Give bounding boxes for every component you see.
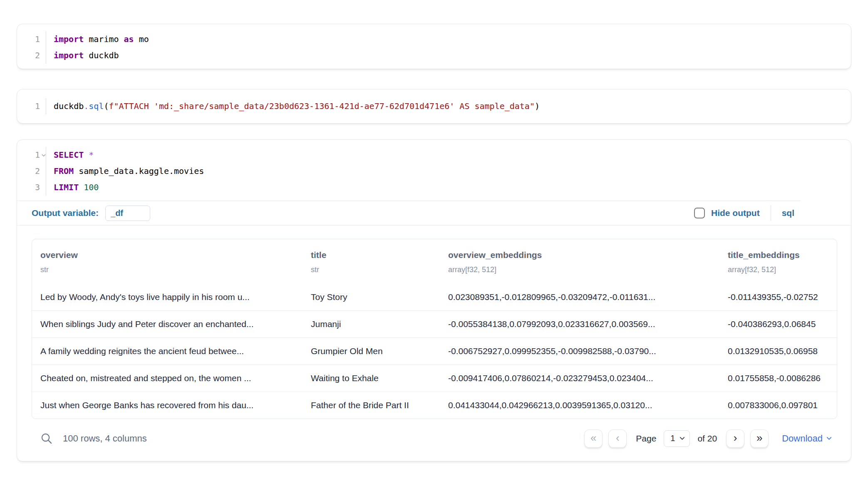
code-line: duckdb.sql(f"ATTACH 'md:_share/sample_da…	[54, 98, 851, 114]
code-editor[interactable]: 1 2 import marimo as mo import duckdb	[17, 24, 851, 69]
table-cell: 0.041433044,0.042966213,0.0039591365,0.0…	[440, 400, 719, 410]
prev-page-icon: ‹	[616, 432, 620, 443]
table-cell: Led by Woody, Andy's toys live happily i…	[32, 292, 303, 302]
line-number-gutter: 1	[17, 98, 46, 114]
language-badge: sql	[782, 208, 797, 218]
table-cell: 0.0132910535,0.06958	[719, 346, 837, 356]
last-page-icon: »	[756, 432, 762, 443]
column-header-title-embeddings[interactable]: title_embeddings array[f32, 512]	[719, 250, 837, 274]
keyword-token: LIMIT	[54, 182, 79, 192]
table-row[interactable]: Cheated on, mistreated and stepped on, t…	[32, 365, 837, 392]
table-row[interactable]: A family wedding reignites the ancient f…	[32, 337, 837, 365]
code-token	[84, 150, 89, 160]
table-cell: Toy Story	[303, 292, 440, 302]
table-cell: Grumpier Old Men	[303, 346, 440, 356]
table-row[interactable]: Just when George Banks has recovered fro…	[32, 392, 837, 419]
table-cell: -0.040386293,0.06845	[719, 319, 837, 329]
chevron-down-icon	[679, 435, 685, 441]
table-cell: Father of the Bride Part II	[303, 400, 440, 410]
code-token: duckdb	[54, 101, 84, 111]
page-label: Page	[636, 434, 656, 444]
column-dtype: array[f32, 512]	[448, 265, 711, 274]
table-header-row: overview str title str overview_embeddin…	[32, 239, 837, 283]
search-icon[interactable]	[40, 432, 53, 445]
code-line: FROM sample_data.kaggle.movies	[54, 163, 851, 179]
code-content[interactable]: SELECT * FROM sample_data.kaggle.movies …	[46, 147, 851, 196]
download-button[interactable]: Download	[782, 433, 837, 444]
table-footer-left: 100 rows, 4 columns	[40, 432, 147, 445]
column-name: title	[311, 250, 432, 260]
code-line: import duckdb	[54, 47, 851, 64]
page-select[interactable]: 1	[664, 430, 690, 447]
row-count-summary: 100 rows, 4 columns	[63, 433, 147, 444]
code-editor[interactable]: 1 duckdb.sql(f"ATTACH 'md:_share/sample_…	[17, 89, 851, 123]
prev-page-button[interactable]: ‹	[608, 429, 627, 448]
chevron-down-icon	[826, 435, 832, 441]
function-token: sql	[89, 101, 104, 111]
table-row[interactable]: When siblings Judy and Peter discover an…	[32, 310, 837, 337]
hide-output-toggle[interactable]: Hide output	[694, 208, 760, 218]
table-footer: 100 rows, 4 columns « ‹ Page 1 of 20 › »…	[32, 419, 837, 461]
table-cell: When siblings Judy and Peter discover an…	[32, 319, 303, 329]
sql-toolbar-right: Hide output sql	[694, 206, 797, 221]
first-page-button[interactable]: «	[584, 429, 603, 448]
table-cell: -0.006752927,0.099952355,-0.009982588,-0…	[440, 346, 719, 356]
first-page-icon: «	[590, 432, 596, 443]
table-cell: Jumanji	[303, 319, 440, 329]
code-token	[79, 182, 84, 192]
keyword-token: SELECT	[54, 150, 84, 160]
code-editor[interactable]: 1 2 3 SELECT * FROM sample_data.kaggle.m…	[17, 140, 851, 201]
keyword-token: import	[54, 34, 84, 44]
output-variable-label: Output variable:	[32, 208, 99, 218]
table-cell: 0.01755858,-0.0086286	[719, 373, 837, 383]
keyword-token: FROM	[54, 166, 74, 176]
table-cell: -0.009417406,0.07860214,-0.023279453,0.0…	[440, 373, 719, 383]
line-number: 1	[17, 98, 46, 114]
cell-output: overview str title str overview_embeddin…	[17, 226, 851, 461]
notebook: 1 2 import marimo as mo import duckdb 1 …	[0, 0, 868, 461]
hide-output-label: Hide output	[711, 208, 760, 218]
line-number: 2	[17, 47, 46, 64]
page-select-value: 1	[670, 434, 675, 443]
table-cell: 0.007833006,0.097801	[719, 400, 837, 410]
line-number: 1	[17, 31, 46, 47]
operator-token: .	[84, 101, 89, 111]
sql-cell: 1 2 3 SELECT * FROM sample_data.kaggle.m…	[17, 139, 851, 461]
code-content[interactable]: duckdb.sql(f"ATTACH 'md:_share/sample_da…	[46, 98, 851, 114]
table-row[interactable]: Led by Woody, Andy's toys live happily i…	[32, 283, 837, 310]
table-cell: Cheated on, mistreated and stepped on, t…	[32, 373, 303, 383]
code-cell-imports: 1 2 import marimo as mo import duckdb	[17, 24, 851, 69]
table-cell: Just when George Banks has recovered fro…	[32, 400, 303, 410]
hide-output-checkbox[interactable]	[694, 208, 705, 218]
table-cell: -0.011439355,-0.02752	[719, 292, 837, 302]
column-header-overview[interactable]: overview str	[32, 250, 303, 274]
last-page-button[interactable]: »	[750, 429, 769, 448]
keyword-token: as	[124, 34, 134, 44]
column-dtype: str	[40, 265, 294, 274]
dataframe-table: overview str title str overview_embeddin…	[32, 239, 837, 419]
table-cell: -0.0055384138,0.07992093,0.023316627,0.0…	[440, 319, 719, 329]
toolbar-separator	[771, 206, 771, 221]
code-token: (	[104, 101, 109, 111]
code-cell-attach: 1 duckdb.sql(f"ATTACH 'md:_share/sample_…	[17, 89, 851, 124]
pagination: « ‹ Page 1 of 20 › » Download	[584, 429, 837, 448]
column-dtype: array[f32, 512]	[728, 265, 828, 274]
number-token: 100	[84, 182, 99, 192]
code-line: LIMIT 100	[54, 179, 851, 196]
column-dtype: str	[311, 265, 432, 274]
code-content[interactable]: import marimo as mo import duckdb	[46, 31, 851, 64]
line-number-gutter: 1 2 3	[17, 147, 46, 196]
column-header-overview-embeddings[interactable]: overview_embeddings array[f32, 512]	[440, 250, 719, 274]
code-token: duckdb	[84, 50, 119, 60]
line-number-text: 1	[35, 150, 40, 160]
line-number: 2	[17, 163, 46, 179]
line-number-gutter: 1 2	[17, 31, 46, 64]
fold-chevron-icon[interactable]	[40, 147, 47, 163]
column-header-title[interactable]: title str	[303, 250, 440, 274]
output-variable-input[interactable]	[105, 206, 150, 221]
code-line: SELECT *	[54, 147, 851, 163]
code-token: )	[535, 101, 540, 111]
code-token: sample_data.kaggle.movies	[74, 166, 204, 176]
next-page-button[interactable]: ›	[726, 429, 744, 448]
column-name: overview	[40, 250, 294, 260]
